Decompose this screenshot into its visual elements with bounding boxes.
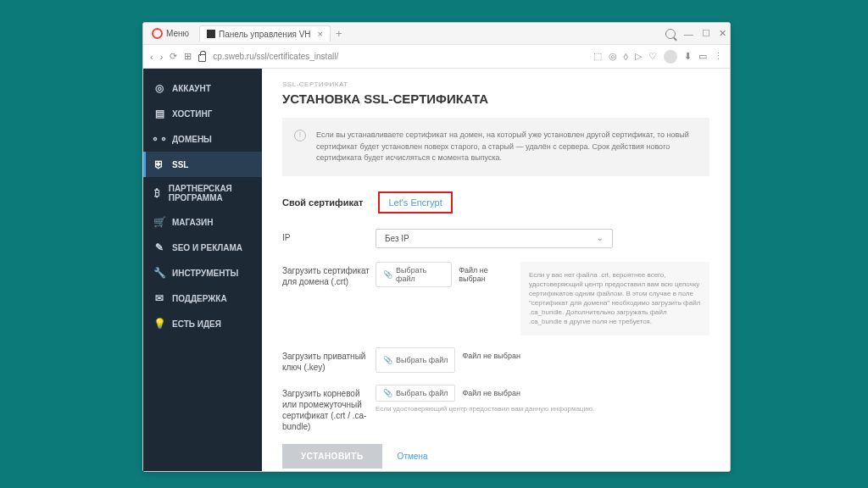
crt-file-status: Файл не выбран <box>459 262 514 283</box>
close-window-icon[interactable]: ✕ <box>719 28 726 39</box>
sidebar-item-partner[interactable]: ₿ПАРТНЕРСКАЯ ПРОГРАММА <box>143 177 262 209</box>
browser-menu-button[interactable]: Меню <box>147 26 194 41</box>
bulb-icon: 💡 <box>153 318 165 330</box>
sidebar-item-domains[interactable]: ⚬⚬ДОМЕНЫ <box>143 126 262 152</box>
bundle-hint: Если удостоверяющий центр предоставил ва… <box>376 405 709 413</box>
clip-icon: 📎 <box>383 356 392 364</box>
domains-icon: ⚬⚬ <box>153 133 165 145</box>
install-button[interactable]: УСТАНОВИТЬ <box>282 444 382 469</box>
ip-label: IP <box>282 229 376 248</box>
maximize-icon[interactable]: ☐ <box>702 28 710 39</box>
wrench-icon: 🔧 <box>153 267 165 279</box>
clip-icon: 📎 <box>383 389 392 397</box>
address-bar: ‹ › ⟳ ⊞ cp.sweb.ru/ssl/certificates_inst… <box>143 45 730 69</box>
browser-window: Меню Панель управления VH× + — ☐ ✕ ‹ › ⟳… <box>142 22 731 472</box>
reload-icon[interactable]: ⟳ <box>170 51 177 62</box>
page-title: УСТАНОВКА SSL-СЕРТИФИКАТА <box>282 92 709 106</box>
new-tab-button[interactable]: + <box>336 27 342 40</box>
sidebar-item-tools[interactable]: 🔧ИНСТРУМЕНТЫ <box>143 260 262 286</box>
bag-icon: ₿ <box>153 187 162 199</box>
crt-file-button[interactable]: 📎Выбрать файл <box>376 262 452 287</box>
cart-icon: 🛒 <box>153 216 165 228</box>
play-icon[interactable]: ▷ <box>635 51 642 62</box>
search-icon[interactable] <box>665 29 676 39</box>
bundle-file-button[interactable]: 📎Выбрать файл <box>376 385 455 402</box>
url-field[interactable]: cp.sweb.ru/ssl/certificates_install/ <box>213 52 586 61</box>
more-icon[interactable]: ⋮ <box>714 51 723 62</box>
browser-tab[interactable]: Панель управления VH× <box>199 25 331 42</box>
forward-icon[interactable]: › <box>160 52 164 62</box>
ip-select[interactable]: Без IP⌄ <box>376 229 613 248</box>
clip-icon: 📎 <box>383 270 392 279</box>
avatar-icon[interactable] <box>664 50 677 64</box>
sidebar-item-shop[interactable]: 🛒МАГАЗИН <box>143 209 262 235</box>
server-icon: ▤ <box>153 108 165 119</box>
crt-hint: Если у вас нет файла .crt, вероятнее все… <box>520 262 709 336</box>
key-file-status: Файл не выбран <box>462 347 520 373</box>
info-notice: ! Если вы устанавливаете сертификат на д… <box>282 118 709 176</box>
bundle-label: Загрузить корневой или промежуточный сер… <box>282 385 376 432</box>
shield-icon: ⛨ <box>153 158 165 170</box>
info-icon: ! <box>294 130 306 141</box>
sidebar-item-hosting[interactable]: ▤ХОСТИНГ <box>143 101 262 126</box>
ext-icon[interactable]: ⬚ <box>593 51 602 62</box>
tab-own-cert[interactable]: Свой сертификат <box>282 194 363 211</box>
minimize-icon[interactable]: — <box>684 29 693 39</box>
key-label: Загрузить приватный ключ (.key) <box>282 347 376 373</box>
download-icon[interactable]: ⬇ <box>684 51 692 62</box>
bundle-file-status: Файл не выбран <box>462 385 520 402</box>
shield-icon[interactable]: ◊ <box>624 52 628 62</box>
tab-lets-encrypt[interactable]: Let's Encrypt <box>378 191 452 214</box>
sidebar-item-ssl[interactable]: ⛨SSL <box>143 152 262 177</box>
cancel-link[interactable]: Отмена <box>398 452 428 461</box>
close-tab-icon[interactable]: × <box>318 29 323 39</box>
sidebar-item-idea[interactable]: 💡ЕСТЬ ИДЕЯ <box>143 311 262 336</box>
chevron-down-icon: ⌄ <box>597 234 604 242</box>
speed-dial-icon[interactable]: ⊞ <box>184 51 192 62</box>
cert-tabs: Свой сертификат Let's Encrypt <box>282 191 709 214</box>
sidebar-item-seo[interactable]: ✎SEO И РЕКЛАМА <box>143 235 262 260</box>
battery-icon[interactable]: ▭ <box>698 51 707 62</box>
sidebar: ◎АККАУНТ ▤ХОСТИНГ ⚬⚬ДОМЕНЫ ⛨SSL ₿ПАРТНЕР… <box>143 69 262 471</box>
camera-icon[interactable]: ◎ <box>609 51 617 62</box>
sidebar-item-support[interactable]: ✉ПОДДЕРЖКА <box>143 286 262 311</box>
back-icon[interactable]: ‹ <box>150 52 153 62</box>
heart-icon[interactable]: ♡ <box>648 51 657 62</box>
lock-icon <box>198 54 206 62</box>
pencil-icon: ✎ <box>153 241 165 253</box>
key-file-button[interactable]: 📎Выбрать файл <box>376 347 455 373</box>
user-icon: ◎ <box>153 82 165 94</box>
browser-chrome: Меню Панель управления VH× + — ☐ ✕ <box>143 23 730 45</box>
crt-label: Загрузить сертификат для домена (.crt) <box>282 262 376 336</box>
sidebar-item-account[interactable]: ◎АККАУНТ <box>143 75 262 101</box>
opera-icon <box>152 28 163 39</box>
mail-icon: ✉ <box>153 292 165 304</box>
main-content: SSL-СЕРТИФИКАТ УСТАНОВКА SSL-СЕРТИФИКАТА… <box>262 69 730 471</box>
favicon-icon <box>207 30 215 38</box>
breadcrumb: SSL-СЕРТИФИКАТ <box>282 80 709 88</box>
